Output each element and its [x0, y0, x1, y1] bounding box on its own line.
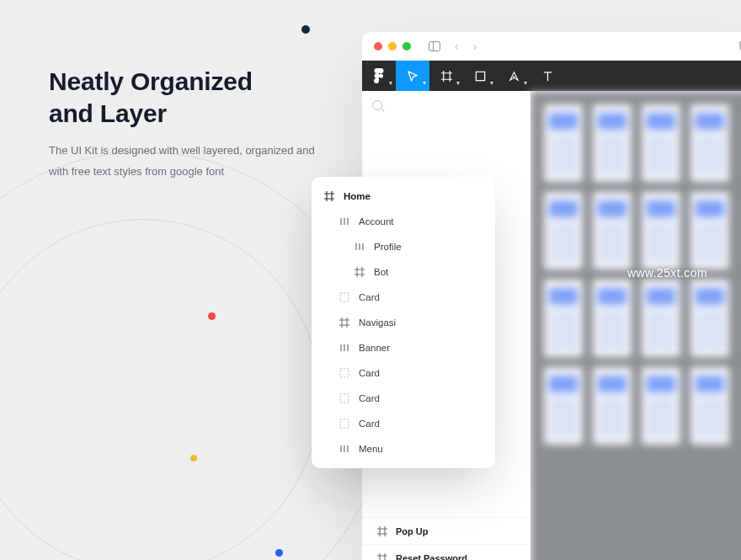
- layer-label: Bot: [374, 267, 388, 277]
- autolayout-horizontal-icon: [339, 216, 350, 227]
- artboard-thumb[interactable]: [690, 280, 729, 357]
- headline-line: and Layer: [49, 99, 167, 127]
- artboard-thumb[interactable]: [593, 104, 632, 182]
- group-icon: [339, 419, 350, 429]
- group-icon: [339, 368, 350, 378]
- layer-label: Profile: [374, 242, 402, 252]
- decor-dot: [301, 25, 310, 34]
- mac-titlebar: ‹ ›: [362, 32, 741, 61]
- artboard-thumb[interactable]: [544, 104, 583, 182]
- artboard-thumb[interactable]: [690, 104, 729, 182]
- page-item[interactable]: Reset Password: [362, 544, 530, 560]
- layer-item-account[interactable]: Account: [312, 209, 495, 234]
- svg-rect-5: [340, 394, 349, 403]
- headline-line: Neatly Organized: [49, 67, 253, 95]
- svg-point-0: [379, 74, 383, 78]
- layer-item-menu[interactable]: Menu: [312, 436, 495, 461]
- artboard-thumb[interactable]: [544, 367, 583, 445]
- autolayout-horizontal-icon: [339, 343, 350, 353]
- layer-label: Account: [359, 216, 394, 227]
- layer-item-card[interactable]: Card: [312, 285, 495, 310]
- artboard-thumb[interactable]: [593, 192, 632, 269]
- layer-item-card[interactable]: Card: [312, 386, 495, 411]
- page-list-bottom: Pop Up Reset Password: [362, 517, 530, 560]
- layer-label: Card: [359, 393, 380, 403]
- move-tool-icon[interactable]: ▾: [396, 61, 429, 91]
- artboard-thumb[interactable]: [690, 192, 729, 269]
- layer-item-banner[interactable]: Banner: [312, 335, 495, 360]
- watermark: www.25xt.com: [627, 266, 707, 280]
- figma-toolbar: ▾ ▾ ▾ ▾ ▾: [362, 61, 741, 91]
- subcopy: The UI Kit is designed with well layered…: [49, 141, 327, 182]
- text-tool-icon[interactable]: [530, 61, 564, 91]
- layer-label: Card: [359, 419, 380, 429]
- artboard-thumb[interactable]: [642, 104, 680, 182]
- search-icon[interactable]: [372, 100, 382, 110]
- traffic-light-minimize-icon[interactable]: [388, 42, 397, 51]
- layer-item-card[interactable]: Card: [312, 411, 495, 436]
- artboard-thumb[interactable]: [690, 367, 729, 445]
- nav-forward-icon[interactable]: ›: [473, 40, 477, 53]
- page-label: Reset Password: [396, 553, 467, 561]
- headline: Neatly Organized and Layer: [49, 66, 327, 129]
- layers-popover: Home Account Profile Bot Card Navigasi B…: [312, 177, 495, 468]
- artboard-thumb[interactable]: [642, 280, 680, 357]
- frame-icon: [377, 526, 387, 536]
- canvas[interactable]: [530, 91, 741, 560]
- svg-rect-6: [340, 419, 349, 428]
- frame-icon: [339, 317, 350, 328]
- nav-back-icon[interactable]: ‹: [455, 40, 459, 53]
- svg-rect-1: [476, 72, 484, 80]
- group-icon: [339, 393, 350, 403]
- svg-rect-3: [340, 293, 349, 301]
- artboard-thumb[interactable]: [544, 192, 583, 269]
- page-label: Pop Up: [396, 526, 429, 536]
- layer-label: Card: [359, 368, 380, 378]
- layer-label: Card: [359, 292, 380, 302]
- frame-icon: [377, 553, 387, 561]
- frame-icon: [323, 191, 335, 201]
- group-icon: [339, 292, 350, 302]
- shape-tool-icon[interactable]: ▾: [463, 61, 497, 91]
- decor-dot: [208, 312, 216, 320]
- page-item[interactable]: Pop Up: [362, 517, 530, 544]
- layer-item-bot[interactable]: Bot: [312, 259, 495, 285]
- sidebar-toggle-icon[interactable]: [429, 41, 440, 51]
- autolayout-horizontal-icon: [354, 242, 365, 252]
- layer-label: Menu: [359, 444, 383, 454]
- figma-menu-icon[interactable]: ▾: [362, 61, 396, 91]
- autolayout-horizontal-icon: [339, 444, 350, 454]
- pen-tool-icon[interactable]: ▾: [497, 61, 530, 91]
- svg-rect-4: [340, 369, 349, 377]
- artboard-thumb[interactable]: [593, 280, 632, 357]
- artboard-thumb[interactable]: [544, 280, 583, 357]
- layer-item-home[interactable]: Home: [312, 184, 495, 209]
- layer-label: Navigasi: [359, 317, 396, 328]
- decor-dot: [275, 549, 283, 557]
- artboard-thumb[interactable]: [642, 367, 680, 445]
- artboard-thumb[interactable]: [593, 367, 632, 445]
- svg-point-2: [513, 76, 514, 77]
- decor-dot: [190, 455, 197, 461]
- traffic-light-close-icon[interactable]: [374, 42, 382, 51]
- traffic-light-zoom-icon[interactable]: [402, 42, 411, 51]
- layer-item-profile[interactable]: Profile: [312, 234, 495, 259]
- layer-item-navigasi[interactable]: Navigasi: [312, 310, 495, 335]
- layer-item-card[interactable]: Card: [312, 360, 495, 386]
- frame-tool-icon[interactable]: ▾: [429, 61, 463, 91]
- frame-icon: [354, 267, 365, 277]
- layer-label: Home: [344, 191, 370, 201]
- artboard-thumb[interactable]: [642, 192, 680, 269]
- layer-label: Banner: [359, 343, 390, 353]
